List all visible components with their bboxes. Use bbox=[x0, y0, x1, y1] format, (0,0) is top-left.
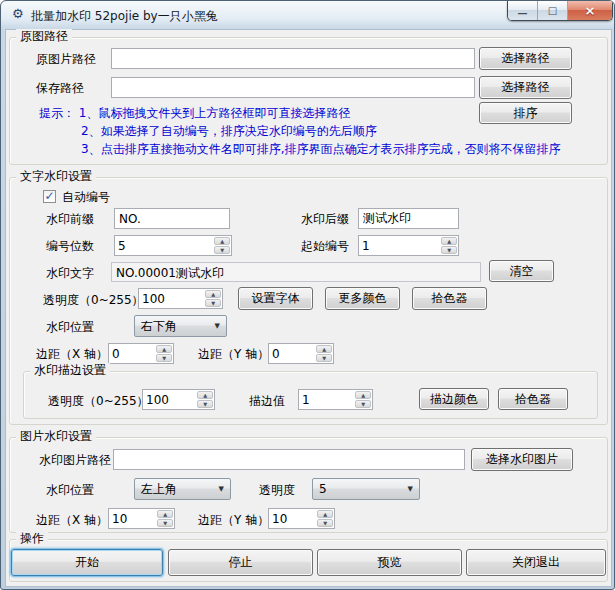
save-path-input[interactable] bbox=[111, 77, 475, 98]
more-colors-button[interactable]: 更多颜色 bbox=[325, 287, 400, 310]
text-opacity-label: 透明度（0~255） bbox=[43, 293, 144, 307]
stroke-opacity-spin-buttons: ▲ ▼ bbox=[196, 390, 214, 409]
text-opacity-spin-down-button[interactable]: ▼ bbox=[205, 299, 221, 307]
stroke-opacity-input[interactable] bbox=[143, 390, 196, 409]
text-margin-y-spinner[interactable]: ▲ ▼ bbox=[268, 343, 334, 364]
text-margin-x-input[interactable] bbox=[109, 344, 155, 363]
spin-up-icon: ▲ bbox=[220, 238, 224, 243]
stroke-width-spin-down-button[interactable]: ▼ bbox=[355, 400, 371, 408]
image-margin-x-spin-down-button[interactable]: ▼ bbox=[157, 519, 173, 527]
text-opacity-spin-buttons: ▲ ▼ bbox=[204, 289, 222, 308]
digits-input[interactable] bbox=[115, 236, 213, 255]
start-spin-buttons: ▲ ▼ bbox=[440, 236, 458, 255]
close-button[interactable]: × bbox=[568, 1, 612, 20]
watermark-text-label: 水印文字 bbox=[46, 266, 94, 280]
choose-save-path-button[interactable]: 选择路径 bbox=[479, 76, 572, 99]
digits-label: 编号位数 bbox=[46, 239, 94, 253]
image-margin-y-spin-down-button[interactable]: ▼ bbox=[317, 519, 333, 527]
preview-button[interactable]: 预览 bbox=[317, 549, 462, 576]
spin-down-icon: ▼ bbox=[163, 520, 167, 525]
prefix-label: 水印前缀 bbox=[46, 212, 94, 226]
chevron-down-icon: ▼ bbox=[408, 486, 413, 493]
image-opacity-select[interactable]: 5 ▼ bbox=[312, 478, 420, 500]
stroke-opacity-label: 透明度（0~255） bbox=[48, 394, 149, 408]
image-margin-x-label: 边距（X 轴） bbox=[36, 513, 108, 527]
spin-down-icon: ▼ bbox=[220, 247, 224, 252]
stroke-opacity-spin-down-button[interactable]: ▼ bbox=[197, 400, 213, 408]
spin-down-icon: ▼ bbox=[447, 247, 451, 252]
choose-watermark-image-button[interactable]: 选择水印图片 bbox=[471, 448, 573, 471]
clear-button[interactable]: 清空 bbox=[489, 260, 554, 282]
image-margin-x-spinner[interactable]: ▲ ▼ bbox=[108, 508, 175, 529]
spin-down-icon: ▼ bbox=[322, 355, 326, 360]
image-position-value: 左上角 bbox=[141, 481, 177, 498]
text-opacity-spinner[interactable]: ▲ ▼ bbox=[138, 288, 223, 309]
window-controls: — □ × bbox=[507, 1, 613, 21]
image-position-label: 水印位置 bbox=[46, 483, 94, 497]
close-exit-button[interactable]: 关闭退出 bbox=[466, 549, 606, 576]
start-spin-up-button[interactable]: ▲ bbox=[441, 237, 457, 245]
image-margin-y-label: 边距（Y 轴） bbox=[198, 513, 269, 527]
text-position-label: 水印位置 bbox=[46, 320, 94, 334]
spin-down-icon: ▼ bbox=[162, 355, 166, 360]
text-margin-x-label: 边距（X 轴） bbox=[36, 347, 108, 361]
digits-spin-up-button[interactable]: ▲ bbox=[214, 237, 230, 245]
text-margin-y-label: 边距（Y 轴） bbox=[198, 347, 269, 361]
maximize-button[interactable]: □ bbox=[538, 1, 568, 20]
source-image-path-label: 原图片路径 bbox=[36, 52, 96, 66]
image-path-input[interactable] bbox=[113, 449, 465, 470]
maximize-icon: □ bbox=[548, 5, 557, 16]
digits-spin-down-button[interactable]: ▼ bbox=[214, 246, 230, 254]
image-position-select[interactable]: 左上角 ▼ bbox=[134, 478, 231, 500]
stroke-opacity-spin-up-button[interactable]: ▲ bbox=[197, 391, 213, 399]
text-margin-y-spin-up-button[interactable]: ▲ bbox=[316, 345, 332, 353]
image-margin-y-input[interactable] bbox=[269, 509, 316, 528]
stroke-color-picker-button[interactable]: 拾色器 bbox=[498, 388, 568, 410]
start-spin-down-button[interactable]: ▼ bbox=[441, 246, 457, 254]
stroke-width-spin-up-button[interactable]: ▲ bbox=[355, 391, 371, 399]
stop-button[interactable]: 停止 bbox=[168, 549, 313, 576]
digits-spinner[interactable]: ▲ ▼ bbox=[114, 235, 232, 256]
image-margin-x-input[interactable] bbox=[109, 509, 156, 528]
text-margin-x-spinner[interactable]: ▲ ▼ bbox=[108, 343, 174, 364]
stroke-color-button[interactable]: 描边颜色 bbox=[419, 388, 489, 410]
image-margin-y-spinner[interactable]: ▲ ▼ bbox=[268, 508, 335, 529]
text-position-select[interactable]: 右下角 ▼ bbox=[134, 315, 227, 337]
spin-up-icon: ▲ bbox=[447, 238, 451, 243]
start-button[interactable]: 开始 bbox=[11, 549, 163, 576]
text-watermark-group-title: 文字水印设置 bbox=[16, 169, 96, 183]
image-margin-y-spin-buttons: ▲ ▼ bbox=[316, 509, 334, 528]
text-opacity-spin-up-button[interactable]: ▲ bbox=[205, 290, 221, 298]
minimize-button[interactable]: — bbox=[508, 1, 538, 20]
stroke-width-input[interactable] bbox=[299, 390, 354, 409]
suffix-input[interactable] bbox=[358, 208, 459, 229]
text-margin-x-spin-up-button[interactable]: ▲ bbox=[156, 345, 172, 353]
prefix-input[interactable] bbox=[114, 208, 230, 229]
image-margin-x-spin-buttons: ▲ ▼ bbox=[156, 509, 174, 528]
check-icon: ✓ bbox=[44, 191, 54, 201]
start-number-input[interactable] bbox=[359, 236, 440, 255]
text-margin-x-spin-down-button[interactable]: ▼ bbox=[156, 354, 172, 362]
chevron-down-icon: ▼ bbox=[215, 323, 220, 330]
watermark-text-field[interactable]: NO.00001测试水印 bbox=[111, 262, 481, 282]
hint-line-3: 3、点击排序直接拖动文件名即可排序,排序界面点确定才表示排序完成，否则将不保留排… bbox=[81, 142, 560, 156]
chevron-down-icon: ▼ bbox=[219, 486, 224, 493]
auto-number-checkbox[interactable]: ✓ bbox=[43, 190, 56, 203]
set-font-button[interactable]: 设置字体 bbox=[238, 287, 313, 310]
spin-down-icon: ▼ bbox=[211, 300, 215, 305]
stroke-opacity-spinner[interactable]: ▲ ▼ bbox=[142, 389, 215, 410]
text-opacity-input[interactable] bbox=[139, 289, 204, 308]
digits-spin-buttons: ▲ ▼ bbox=[213, 236, 231, 255]
start-number-spinner[interactable]: ▲ ▼ bbox=[358, 235, 459, 256]
text-margin-y-spin-down-button[interactable]: ▼ bbox=[316, 354, 332, 362]
choose-source-path-button[interactable]: 选择路径 bbox=[479, 47, 572, 70]
color-picker-button[interactable]: 拾色器 bbox=[412, 287, 487, 310]
image-margin-y-spin-up-button[interactable]: ▲ bbox=[317, 510, 333, 518]
stroke-width-spinner[interactable]: ▲ ▼ bbox=[298, 389, 373, 410]
spin-up-icon: ▲ bbox=[361, 392, 365, 397]
source-image-path-input[interactable] bbox=[111, 48, 475, 69]
text-margin-y-input[interactable] bbox=[269, 344, 315, 363]
sort-button[interactable]: 排序 bbox=[479, 102, 572, 124]
action-group-title: 操作 bbox=[16, 531, 48, 545]
image-margin-x-spin-up-button[interactable]: ▲ bbox=[157, 510, 173, 518]
